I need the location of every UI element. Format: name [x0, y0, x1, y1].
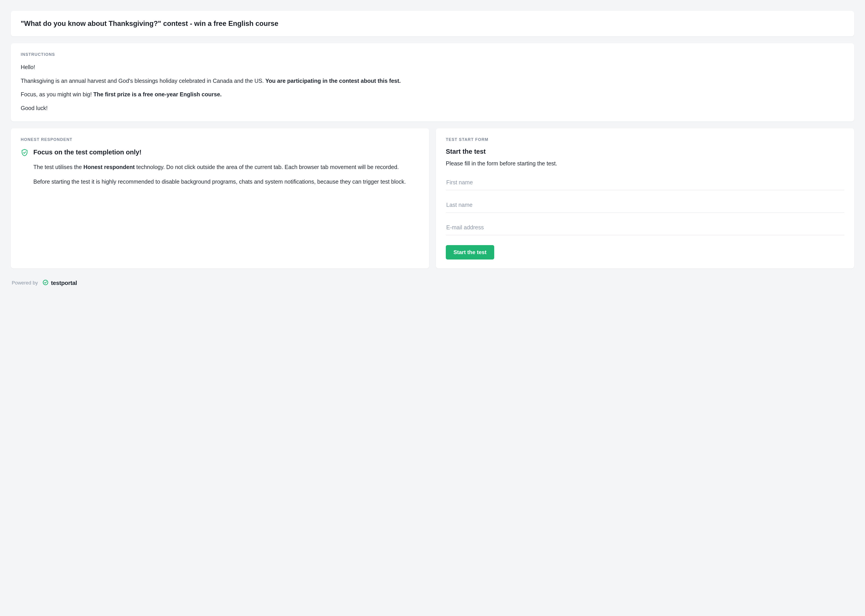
form-card: TEST START FORM Start the test Please fi… — [436, 128, 854, 269]
instructions-card: INSTRUCTIONS Hello! Thanksgiving is an a… — [11, 43, 854, 121]
first-name-field-wrapper — [446, 176, 844, 190]
title-card: "What do you know about Thanksgiving?" c… — [11, 11, 854, 36]
email-field-wrapper — [446, 221, 844, 235]
test-title: "What do you know about Thanksgiving?" c… — [21, 19, 844, 28]
two-column-row: HONEST RESPONDENT Focus on the test comp… — [11, 128, 854, 269]
honest-body: The test utilises the Honest respondent … — [21, 163, 419, 186]
form-title: Start the test — [446, 148, 844, 155]
honest-title: Focus on the test completion only! — [33, 148, 142, 157]
form-subtitle: Please fill in the form before starting … — [446, 159, 844, 168]
brand-name: testportal — [51, 280, 77, 286]
honest-label: HONEST RESPONDENT — [21, 137, 419, 142]
honest-p1b: Honest respondent — [84, 164, 135, 170]
email-field[interactable] — [446, 221, 844, 235]
honest-header: Focus on the test completion only! — [21, 148, 419, 157]
instructions-p1: Hello! — [21, 63, 844, 72]
brand-link[interactable]: testportal — [43, 279, 77, 286]
last-name-field[interactable] — [446, 199, 844, 213]
last-name-field-wrapper — [446, 199, 844, 213]
start-test-button[interactable]: Start the test — [446, 245, 494, 259]
page-root: "What do you know about Thanksgiving?" c… — [11, 11, 854, 286]
honest-card: HONEST RESPONDENT Focus on the test comp… — [11, 128, 429, 269]
instructions-label: INSTRUCTIONS — [21, 52, 844, 57]
instructions-p2-bold: You are participating in the contest abo… — [265, 78, 401, 84]
powered-by-text: Powered by — [12, 280, 38, 286]
brand-check-icon — [43, 279, 49, 286]
instructions-p3-bold: The first prize is a free one-year Engli… — [93, 91, 222, 97]
instructions-p3-text: Focus, as you might win big! — [21, 91, 93, 97]
powered-by-footer: Powered by testportal — [11, 279, 854, 286]
honest-p2: Before starting the test it is highly re… — [33, 178, 419, 186]
form-column: TEST START FORM Start the test Please fi… — [436, 128, 854, 269]
honest-p1c: technology. Do not click outside the are… — [135, 164, 399, 170]
instructions-p2: Thanksgiving is an annual harvest and Go… — [21, 77, 844, 85]
honest-column: HONEST RESPONDENT Focus on the test comp… — [11, 128, 429, 269]
instructions-p4: Good luck! — [21, 104, 844, 113]
honest-p1a: The test utilises the — [33, 164, 84, 170]
form-label: TEST START FORM — [446, 137, 844, 142]
shield-check-icon — [21, 148, 28, 157]
instructions-p3: Focus, as you might win big! The first p… — [21, 90, 844, 99]
instructions-p2-text: Thanksgiving is an annual harvest and Go… — [21, 78, 265, 84]
honest-p1: The test utilises the Honest respondent … — [33, 163, 419, 171]
first-name-field[interactable] — [446, 176, 844, 190]
